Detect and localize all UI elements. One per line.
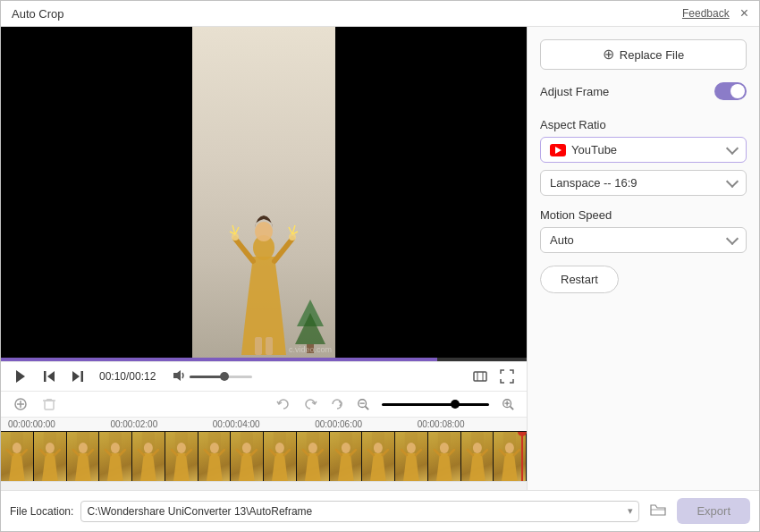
motion-speed-dropdown[interactable]: Auto — [540, 227, 747, 253]
svg-line-5 — [274, 239, 292, 261]
motion-speed-label-row: Motion Speed — [540, 208, 747, 222]
svg-point-47 — [46, 443, 55, 453]
video-preview: c.video.com — [1, 27, 527, 358]
step-back-button[interactable] — [38, 367, 60, 385]
svg-marker-22 — [173, 370, 181, 381]
timeline-zoom-controls — [273, 395, 518, 413]
film-frame — [297, 432, 330, 481]
toggle-knob — [730, 84, 745, 98]
svg-marker-1 — [295, 313, 325, 344]
replace-file-button[interactable]: ⊕ Replace File — [540, 39, 747, 70]
undo-button[interactable] — [273, 395, 294, 413]
plus-icon: ⊕ — [603, 47, 614, 62]
aspect-ratio-dropdown-wrapper: YouTube — [540, 137, 747, 163]
film-strip — [1, 431, 527, 481]
playhead — [521, 432, 523, 481]
ruler-times: 00:00:00:00 00:00:02:00 00:00:04:00 00:0… — [1, 419, 527, 429]
svg-point-79 — [308, 443, 317, 453]
browse-folder-button[interactable] — [646, 501, 670, 522]
file-location-label: File Location: — [10, 505, 73, 518]
svg-point-63 — [177, 443, 186, 453]
zoom-out-button[interactable] — [353, 396, 373, 412]
add-clip-button[interactable] — [10, 395, 31, 413]
redo-icon — [303, 397, 317, 411]
svg-marker-17 — [16, 370, 25, 383]
play-button[interactable] — [10, 367, 31, 385]
ctrl-right — [469, 367, 518, 385]
film-frame — [231, 432, 264, 481]
adjust-frame-section: Adjust Frame — [540, 82, 747, 106]
file-location-input-wrapper: ▾ — [80, 501, 639, 522]
time-display: 00:10/00:12 — [99, 370, 156, 383]
svg-rect-16 — [266, 337, 273, 355]
aspect-ratio-value: YouTube — [571, 143, 617, 156]
feedback-link[interactable]: Feedback — [682, 7, 730, 20]
svg-rect-29 — [45, 401, 54, 410]
svg-marker-19 — [47, 371, 55, 382]
volume-slider[interactable] — [190, 376, 252, 378]
aspect-ratio-section: Aspect Ratio YouTube — [540, 118, 747, 196]
svg-point-6 — [232, 233, 239, 241]
dropdown-content: YouTube — [550, 143, 617, 156]
motion-speed-dropdown-wrapper: Auto — [540, 227, 747, 253]
volume-icon[interactable] — [172, 368, 186, 385]
film-frame — [362, 432, 395, 481]
svg-point-83 — [341, 443, 350, 453]
redo-button[interactable] — [300, 395, 321, 413]
timeline-scrollbar[interactable] — [1, 481, 527, 490]
svg-point-95 — [440, 443, 449, 453]
motion-speed-label: Motion Speed — [540, 208, 612, 222]
rotate-button[interactable] — [326, 395, 348, 413]
file-location-dropdown-btn[interactable]: ▾ — [622, 502, 638, 520]
adjust-frame-toggle[interactable] — [714, 82, 747, 100]
window-title: Auto Crop — [12, 7, 64, 21]
svg-rect-18 — [44, 371, 46, 382]
svg-point-14 — [255, 222, 273, 241]
bottom-bar: File Location: ▾ Export — [1, 490, 759, 531]
svg-point-87 — [374, 443, 383, 453]
film-frame — [132, 432, 165, 481]
svg-rect-23 — [474, 372, 486, 381]
delete-button[interactable] — [38, 395, 60, 413]
svg-rect-34 — [47, 399, 52, 401]
svg-point-75 — [275, 443, 284, 453]
ruler-time-3: 00:00:06:00 — [315, 419, 417, 429]
film-frame — [330, 432, 363, 481]
restart-button[interactable]: Restart — [540, 266, 619, 293]
main-window: Auto Crop Feedback × — [0, 0, 760, 532]
step-forward-button[interactable] — [67, 367, 89, 385]
replace-file-label: Replace File — [620, 48, 684, 62]
zoom-in-button[interactable] — [498, 396, 518, 412]
ruler-time-0: 00:00:00:00 — [8, 419, 110, 429]
fullscreen-icon — [500, 369, 514, 384]
svg-line-10 — [235, 227, 239, 234]
ruler-time-4: 00:00:08:00 — [418, 419, 519, 429]
aspect-ratio-dropdown[interactable]: YouTube — [540, 137, 747, 163]
close-button[interactable]: × — [739, 6, 750, 21]
person-figure — [228, 176, 300, 358]
svg-point-7 — [289, 233, 296, 241]
svg-point-55 — [111, 443, 120, 453]
speaker-icon — [172, 368, 186, 383]
svg-line-13 — [289, 227, 292, 234]
svg-point-51 — [78, 443, 87, 453]
step-forward-icon — [71, 369, 85, 384]
motion-speed-chevron — [726, 232, 739, 244]
timeline-ruler: 00:00:00:00 00:00:02:00 00:00:04:00 00:0… — [1, 417, 527, 431]
video-center: c.video.com — [192, 27, 335, 358]
timeline-toolbar — [1, 391, 527, 417]
film-frame — [198, 432, 232, 481]
aspect-ratio-sub-dropdown[interactable]: Lanspace -- 16:9 — [540, 170, 747, 196]
trash-icon — [42, 397, 56, 411]
video-watermark: c.video.com — [289, 345, 332, 354]
fullscreen-button[interactable] — [496, 367, 518, 385]
volume-thumb — [220, 372, 229, 381]
controls-bar: 00:10/00:12 — [1, 361, 527, 391]
export-button[interactable]: Export — [677, 498, 750, 524]
restart-section: Restart — [540, 266, 747, 293]
fit-screen-button[interactable] — [469, 367, 491, 385]
file-location-input[interactable] — [81, 502, 622, 521]
film-frame — [395, 432, 428, 481]
zoom-slider[interactable] — [382, 403, 489, 406]
motion-speed-value: Auto — [550, 233, 574, 247]
